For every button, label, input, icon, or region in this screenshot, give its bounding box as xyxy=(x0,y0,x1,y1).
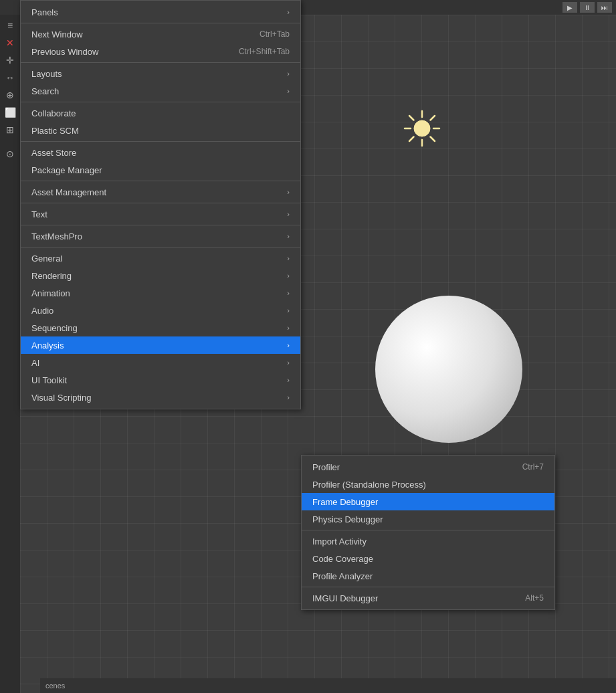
sphere-object xyxy=(375,296,522,443)
svg-point-0 xyxy=(414,120,430,136)
submenu-item-label: Profile Analyzer xyxy=(312,571,544,581)
menu-item-label: Layouts xyxy=(31,69,287,79)
menu-item-visual-scripting[interactable]: Visual Scripting› xyxy=(21,389,300,406)
sidebar-icon-scale[interactable]: ⊕ xyxy=(2,87,18,103)
menu-item-label: Collaborate xyxy=(31,108,290,118)
submenu-arrow-icon: › xyxy=(287,70,290,78)
submenu-item-label: Code Coverage xyxy=(312,554,544,564)
menu-item-label: Previous Window xyxy=(31,47,225,57)
menu-item-label: Rendering xyxy=(31,271,287,281)
menu-separator xyxy=(21,62,300,63)
submenu-item-imgui-debugger[interactable]: IMGUI DebuggerAlt+5 xyxy=(302,589,554,607)
scene-label: cenes xyxy=(40,678,616,693)
menu-item-animation[interactable]: Animation› xyxy=(21,284,300,302)
menu-item-shortcut: Ctrl+Shift+Tab xyxy=(239,47,290,56)
menu-item-panels[interactable]: Panels› xyxy=(21,3,300,21)
sidebar-icon-transform[interactable]: ✛ xyxy=(2,52,18,68)
submenu-arrow-icon: › xyxy=(287,341,290,349)
menu-item-asset-management[interactable]: Asset Management› xyxy=(21,183,300,201)
svg-line-6 xyxy=(431,137,435,142)
menu-item-plastic-scm[interactable]: Plastic SCM xyxy=(21,122,300,139)
submenu-item-label: Physics Debugger xyxy=(312,514,544,524)
submenu-item-label: Profiler xyxy=(312,462,509,472)
menu-item-search[interactable]: Search› xyxy=(21,82,300,100)
submenu-item-frame-debugger[interactable]: Frame Debugger xyxy=(302,493,554,510)
menu-item-label: Package Manager xyxy=(31,165,290,175)
menu-item-shortcut: Ctrl+Tab xyxy=(260,29,290,39)
svg-line-5 xyxy=(409,116,414,120)
menu-separator xyxy=(21,181,300,181)
menu-item-general[interactable]: General› xyxy=(21,250,300,267)
submenu-item-shortcut: Alt+5 xyxy=(525,593,544,603)
menu-item-text[interactable]: Text› xyxy=(21,205,300,223)
pause-button[interactable]: ⏸ xyxy=(580,2,595,13)
menu-item-label: Analysis xyxy=(31,340,287,351)
menu-separator xyxy=(21,23,300,23)
submenu-item-label: Import Activity xyxy=(312,536,544,547)
menu-separator xyxy=(302,530,554,530)
play-button[interactable]: ▶ xyxy=(562,2,577,13)
submenu-item-profile-analyzer[interactable]: Profile Analyzer xyxy=(302,567,554,585)
submenu-arrow-icon: › xyxy=(287,376,290,384)
menu-separator xyxy=(21,225,300,225)
menu-item-label: Audio xyxy=(31,306,287,316)
menu-item-label: Asset Store xyxy=(31,148,290,158)
submenu-arrow-icon: › xyxy=(287,254,290,262)
left-sidebar: ≡ ✕ ✛ ↔ ⊕ ⬜ ⊞ ⊙ xyxy=(0,15,20,693)
menu-separator xyxy=(21,203,300,203)
menu-item-label: Search xyxy=(31,86,287,96)
sidebar-icon-rotate[interactable]: ↔ xyxy=(2,70,18,86)
submenu-arrow-icon: › xyxy=(287,210,290,218)
menu-separator xyxy=(21,141,300,142)
menu-item-sequencing[interactable]: Sequencing› xyxy=(21,319,300,336)
submenu-item-code-coverage[interactable]: Code Coverage xyxy=(302,550,554,567)
menu-item-textmeshpro[interactable]: TextMeshPro› xyxy=(21,227,300,245)
svg-line-8 xyxy=(409,137,414,142)
menu-item-next-window[interactable]: Next WindowCtrl+Tab xyxy=(21,25,300,43)
menu-item-package-manager[interactable]: Package Manager xyxy=(21,161,300,179)
submenu-item-profiler-standalone[interactable]: Profiler (Standalone Process) xyxy=(302,476,554,493)
menu-item-ai[interactable]: AI› xyxy=(21,354,300,371)
svg-line-7 xyxy=(431,116,435,120)
submenu-arrow-icon: › xyxy=(287,8,290,16)
menu-item-label: Animation xyxy=(31,288,287,298)
sidebar-icon-rect[interactable]: ⬜ xyxy=(2,104,18,120)
submenu-arrow-icon: › xyxy=(287,359,290,367)
menu-item-audio[interactable]: Audio› xyxy=(21,302,300,319)
menu-item-asset-store[interactable]: Asset Store xyxy=(21,144,300,161)
sidebar-icon-add[interactable]: ✕ xyxy=(2,35,18,51)
sidebar-icon-custom[interactable]: ⊞ xyxy=(2,122,18,138)
submenu-item-label: IMGUI Debugger xyxy=(312,593,512,603)
submenu-arrow-icon: › xyxy=(287,306,290,314)
menu-item-label: Plastic SCM xyxy=(31,126,290,136)
sidebar-icon-view[interactable]: ⊙ xyxy=(2,146,18,162)
menu-item-label: Next Window xyxy=(31,29,246,39)
menu-item-label: Text xyxy=(31,209,287,219)
menu-item-label: AI xyxy=(31,358,287,368)
menu-item-layouts[interactable]: Layouts› xyxy=(21,65,300,82)
sidebar-icon-menu[interactable]: ≡ xyxy=(2,17,18,33)
submenu-item-shortcut: Ctrl+7 xyxy=(522,462,544,472)
menu-separator xyxy=(21,247,300,248)
submenu-item-import-activity[interactable]: Import Activity xyxy=(302,532,554,550)
step-button[interactable]: ⏭ xyxy=(597,2,612,13)
submenu-item-profiler[interactable]: ProfilerCtrl+7 xyxy=(302,458,554,476)
submenu-arrow-icon: › xyxy=(287,232,290,240)
menu-item-previous-window[interactable]: Previous WindowCtrl+Shift+Tab xyxy=(21,43,300,60)
menu-item-analysis[interactable]: Analysis› xyxy=(21,336,300,354)
menu-item-label: TextMeshPro xyxy=(31,231,287,241)
submenu-arrow-icon: › xyxy=(287,393,290,401)
menu-item-label: Asset Management xyxy=(31,187,287,197)
submenu-arrow-icon: › xyxy=(287,289,290,297)
menu-item-rendering[interactable]: Rendering› xyxy=(21,267,300,284)
submenu-item-label: Profiler (Standalone Process) xyxy=(312,480,544,490)
menu-item-label: Visual Scripting xyxy=(31,393,287,403)
sun-icon xyxy=(402,108,442,148)
submenu-arrow-icon: › xyxy=(287,87,290,95)
menu-item-label: UI Toolkit xyxy=(31,375,287,385)
menu-separator xyxy=(21,102,300,102)
menu-separator xyxy=(302,587,554,587)
submenu-item-physics-debugger[interactable]: Physics Debugger xyxy=(302,510,554,528)
menu-item-ui-toolkit[interactable]: UI Toolkit› xyxy=(21,371,300,389)
menu-item-collaborate[interactable]: Collaborate xyxy=(21,104,300,122)
